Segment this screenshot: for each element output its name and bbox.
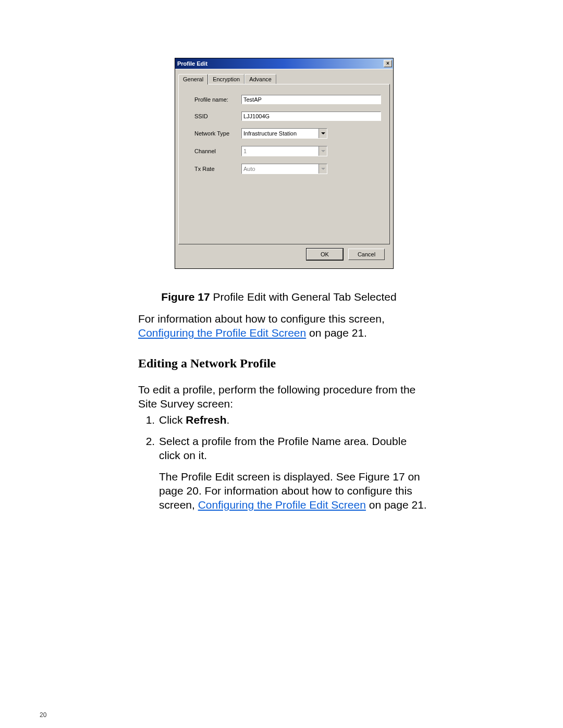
figure-info-suffix: on page 21. [306, 327, 367, 339]
section-heading: Editing a Network Profile [138, 356, 276, 371]
step-1-suffix: . [227, 414, 230, 426]
label-profile-name: Profile name: [194, 96, 241, 103]
profile-edit-dialog: Profile Edit × General Encryption Advanc… [175, 58, 394, 269]
figure-info-paragraph: For information about how to configure t… [138, 312, 428, 340]
close-button[interactable]: × [384, 60, 392, 67]
tab-encryption[interactable]: Encryption [208, 74, 244, 84]
ok-button[interactable]: OK [307, 249, 343, 260]
page-number: 20 [40, 711, 46, 719]
tx-rate-value: Auto [243, 166, 255, 172]
step-2: Select a profile from the Profile Name a… [158, 434, 428, 512]
label-ssid: SSID [194, 113, 241, 119]
titlebar: Profile Edit × [175, 58, 393, 69]
label-channel: Channel [194, 148, 241, 154]
tabbar: General Encryption Advance [178, 72, 390, 84]
step-1: Click Refresh. [158, 413, 428, 427]
figure-info-prefix: For information about how to configure t… [138, 313, 385, 325]
network-type-value: Infrastructure Station [243, 130, 297, 137]
tab-advance[interactable]: Advance [244, 74, 276, 84]
steps-list: Click Refresh. Select a profile from the… [138, 413, 428, 519]
step-2-detail-suffix: on page 21. [366, 499, 427, 511]
figure-caption: Figure 17 Profile Edit with General Tab … [154, 291, 404, 303]
tx-rate-select: Auto [241, 164, 327, 174]
figure-label: Figure 17 [161, 291, 210, 303]
channel-value: 1 [243, 148, 247, 154]
channel-select: 1 [241, 146, 327, 156]
link-configuring-profile-edit-screen-2[interactable]: Configuring the Profile Edit Screen [198, 499, 366, 511]
profile-name-input[interactable]: TestAP [241, 95, 381, 104]
tab-general[interactable]: General [178, 74, 208, 84]
section-intro: To edit a profile, perform the following… [138, 382, 428, 411]
figure-caption-text: Profile Edit with General Tab Selected [210, 291, 397, 303]
tab-panel-general: Profile name: TestAP SSID LJJ1004G Netwo… [178, 84, 390, 244]
step-1-action: Refresh [186, 414, 226, 426]
chevron-down-icon[interactable] [319, 129, 327, 138]
label-network-type: Network Type [194, 130, 241, 137]
cancel-button[interactable]: Cancel [348, 249, 385, 260]
step-2-detail: The Profile Edit screen is displayed. Se… [159, 470, 428, 512]
chevron-down-icon [319, 164, 327, 174]
ssid-input[interactable]: LJJ1004G [241, 112, 381, 121]
link-configuring-profile-edit-screen[interactable]: Configuring the Profile Edit Screen [138, 327, 306, 339]
network-type-select[interactable]: Infrastructure Station [241, 128, 327, 139]
window-title: Profile Edit [177, 60, 207, 67]
step-1-prefix: Click [159, 414, 186, 426]
dialog-body: General Encryption Advance Profile name:… [175, 69, 393, 268]
step-2-text: Select a profile from the Profile Name a… [159, 435, 407, 461]
label-tx-rate: Tx Rate [194, 166, 241, 172]
chevron-down-icon [319, 146, 327, 156]
dialog-buttons: OK Cancel [178, 244, 390, 265]
